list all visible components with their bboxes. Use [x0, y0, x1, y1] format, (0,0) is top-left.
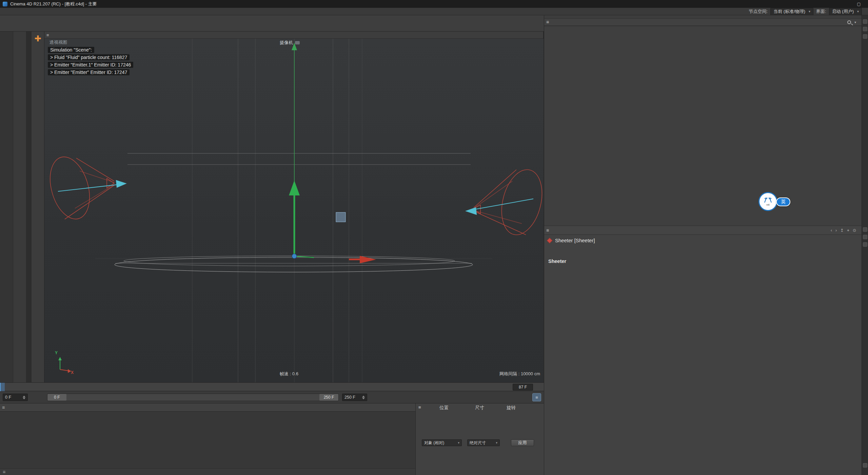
grid-lines: [95, 39, 492, 382]
layout-tab-icon[interactable]: [863, 463, 867, 468]
layout-tab-icon[interactable]: [863, 27, 867, 31]
origin-handle: [292, 254, 297, 259]
sheeter-disc: [115, 256, 473, 272]
attribute-menubar: ≡ ‹ › ↥ ⌖ ⊙: [544, 226, 862, 235]
timeline-ruler[interactable]: 87 F: [0, 382, 544, 391]
chevron-down-icon: ▾: [857, 10, 859, 13]
daemon-icon: [547, 238, 553, 243]
range-end-value: 250 F: [344, 395, 355, 400]
attribute-object-title: Sheeter [Sheeter]: [548, 238, 595, 243]
main-toolbar: [0, 15, 544, 32]
layout-tab-icon[interactable]: [863, 34, 867, 39]
right-emitter-cone: [473, 165, 544, 239]
hud-particle-count: > Fluid "Fluid" particle count: 116827: [48, 54, 130, 60]
node-space-select[interactable]: 当前 (标准/物理)▾: [770, 8, 813, 15]
object-tree: [544, 27, 862, 226]
add-icon[interactable]: ✚: [33, 34, 43, 44]
right-emitter-axis-arrow: [466, 199, 533, 214]
node-space-label: 节点空间:: [749, 8, 768, 15]
interface-select[interactable]: 启动 (用户)▾: [829, 8, 862, 15]
coord-mode-select[interactable]: 对象 (相对)▾: [422, 439, 462, 446]
hud-emitter-1: > Emitter "Emitter.1" Emitter ID: 17246: [48, 62, 133, 68]
camera-axis-line: [292, 43, 297, 256]
range-left-handle[interactable]: 0 F: [47, 394, 66, 401]
forward-icon[interactable]: ›: [835, 228, 837, 233]
burger-icon[interactable]: ≡: [418, 405, 421, 410]
burger-icon[interactable]: ≡: [3, 469, 5, 475]
pin-icon[interactable]: ⌖: [847, 228, 849, 233]
layout-toggle-button[interactable]: ≡: [532, 393, 541, 401]
object-manager-tools: ▾: [847, 20, 860, 24]
red-direction-arrow: [349, 256, 376, 263]
size-mode-select[interactable]: 绝对尺寸▾: [467, 439, 500, 446]
titlebar: Cinema 4D R21.207 (RC) - [教程.c4d] - 主要 ─…: [0, 0, 868, 8]
left-emitter-axis-arrow: [58, 180, 126, 191]
layout-tab-icon[interactable]: [863, 227, 867, 232]
layout-tab-icon[interactable]: [863, 19, 867, 24]
viewport-menubar: ≡: [44, 32, 543, 39]
chevron-down-icon: ▾: [458, 441, 459, 444]
camera-view-label: 摄像机: [280, 40, 300, 46]
chevron-down-icon: ▾: [496, 441, 497, 444]
material-menubar: ≡: [0, 403, 415, 412]
material-manager: ≡ ≡: [0, 403, 415, 475]
hud-emitter-2: > Emitter "Emitter" Emitter ID: 17247: [48, 69, 130, 75]
search-icon[interactable]: [847, 20, 851, 24]
range-middle[interactable]: [66, 394, 319, 401]
range-start-field[interactable]: 0 F: [3, 394, 28, 401]
node-space-value: 当前 (标准/物理): [773, 8, 805, 15]
range-end-field[interactable]: 250 F: [342, 394, 367, 401]
watermark: n4 英: [758, 192, 796, 212]
logo-icon: n4: [758, 192, 777, 211]
axis-label-y: Y: [55, 350, 58, 355]
burger-icon[interactable]: ≡: [546, 19, 549, 25]
antler-icon: [764, 197, 772, 203]
coord-mode-value: 对象 (相对): [424, 440, 444, 446]
object-title-text: Sheeter [Sheeter]: [555, 238, 595, 243]
burger-icon[interactable]: ≡: [46, 33, 49, 38]
logo-text: n4: [767, 203, 770, 206]
fluid-particles: [44, 39, 544, 382]
left-tool-column-1: [0, 32, 13, 382]
grid-spacing-hud: 网格间隔 : 10000 cm: [499, 371, 540, 377]
lock-icon[interactable]: ⊙: [853, 228, 856, 233]
layout-tab-icon[interactable]: [863, 242, 867, 247]
hud-simulation-line: Simulation "Scene":: [48, 47, 94, 53]
menubar: 节点空间: 当前 (标准/物理)▾ 界面: 启动 (用户)▾: [0, 8, 868, 15]
current-frame-marker[interactable]: [0, 383, 5, 392]
viewport-side-strip: ✚: [32, 32, 44, 382]
up-icon[interactable]: ↥: [840, 228, 844, 233]
coords-header-size: 尺寸: [475, 405, 484, 411]
preview-range-slider[interactable]: 0 F 250 F: [47, 394, 339, 401]
apply-button[interactable]: 应用: [511, 439, 534, 446]
panel-divider: [26, 32, 32, 382]
viewport-canvas[interactable]: 透视视图 Simulation "Scene": > Fluid "Fluid"…: [44, 39, 544, 382]
current-frame-field[interactable]: 87 F: [513, 384, 533, 391]
object-manager-menubar: ≡ ▾: [544, 18, 862, 26]
object-y-axis-arrow: [289, 180, 314, 258]
coords-header-position: 位置: [439, 405, 449, 411]
transport-bar: 0 F 0 F 250 F 250 F ≡: [0, 391, 544, 403]
burger-icon[interactable]: ≡: [546, 228, 549, 233]
camera-label-text: 摄像机: [280, 40, 293, 46]
range-right-handle[interactable]: 250 F: [319, 394, 338, 401]
coords-header-rotation: 旋转: [507, 405, 516, 411]
back-icon[interactable]: ‹: [831, 228, 832, 233]
maximize-button[interactable]: ▢: [852, 0, 865, 8]
ruler-ticks: [0, 383, 510, 392]
burger-icon[interactable]: ≡: [2, 405, 5, 410]
application-window: Cinema 4D R21.207 (RC) - [教程.c4d] - 主要 ─…: [0, 0, 868, 475]
layout-tab-icon[interactable]: [863, 235, 867, 239]
status-bar: ≡: [0, 468, 415, 475]
spinner-arrows[interactable]: [362, 396, 365, 399]
attribute-section-title: Sheeter: [548, 259, 566, 264]
interface-value: 启动 (用户): [832, 8, 854, 15]
view-name-hud: 透视视图: [47, 39, 70, 46]
chevron-down-icon: ▾: [809, 10, 810, 13]
spinner-arrows[interactable]: [23, 396, 25, 399]
menubar-right: 节点空间: 当前 (标准/物理)▾ 界面: 启动 (用户)▾: [749, 8, 867, 15]
axis-gizmo: [58, 357, 71, 373]
ime-indicator[interactable]: 英: [776, 197, 790, 206]
left-emitter-cone: [44, 152, 114, 224]
filter-icon[interactable]: ▾: [854, 20, 856, 24]
